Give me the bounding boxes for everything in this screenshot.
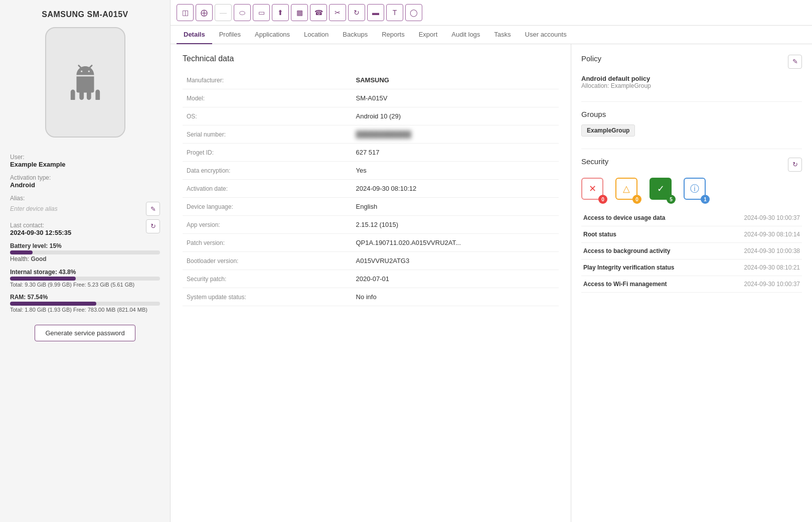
badge-green: 5 [667, 195, 676, 204]
storage-bar-bg [10, 277, 160, 281]
security-header: Security ↻ [581, 157, 802, 172]
technical-row-10: Bootloader version:A015VVRU2ATG3 [183, 252, 559, 270]
ram-bar-fill [10, 302, 96, 306]
refresh-contact-button[interactable]: ↻ [146, 219, 160, 233]
toolbar-btn-upload[interactable]: ⬆ [272, 4, 289, 21]
security-date-4: 2024-09-30 10:00:37 [717, 276, 802, 293]
toolbar-btn-chat[interactable]: ▩ [291, 4, 308, 21]
security-key-4: Access to Wi-Fi management [581, 276, 717, 293]
ram-label: RAM: 57.54% [10, 294, 160, 301]
technical-value-8: 2.15.12 (1015) [352, 216, 559, 234]
toolbar-btn-dash[interactable]: — [215, 4, 232, 21]
group-tag: ExampleGroup [581, 124, 635, 137]
technical-key-2: OS: [183, 107, 352, 125]
security-icon-red: ✕ 0 [581, 178, 605, 202]
toolbar-btn-target[interactable]: ⬭ [234, 4, 251, 21]
technical-key-10: Bootloader version: [183, 252, 352, 270]
tab-export[interactable]: Export [412, 26, 445, 44]
tab-applications[interactable]: Applications [248, 26, 297, 44]
toolbar-btn-text[interactable]: T [386, 4, 403, 21]
main-panel: ◫ ⨁ — ⬭ ▭ ⬆ ▩ ☎ ✂ ↻ ▬ T ◯ Details Profil… [171, 0, 812, 522]
generate-service-password-button[interactable]: Generate service password [35, 325, 135, 341]
policy-header: Policy ✎ [581, 54, 802, 69]
policy-title: Policy [581, 54, 601, 63]
tab-backups[interactable]: Backups [336, 26, 375, 44]
technical-row-4: Proget ID:627 517 [183, 144, 559, 162]
security-section: Security ↻ ✕ 0 △ 0 ✓ 5 [581, 157, 802, 293]
badge-orange: 0 [632, 195, 641, 204]
last-contact-value: 2024-09-30 12:55:35 [10, 229, 71, 236]
security-date-1: 2024-09-30 08:10:14 [717, 226, 802, 243]
technical-key-7: Device language: [183, 198, 352, 216]
toolbar-btn-sync[interactable]: ⨁ [196, 4, 213, 21]
technical-table: Manufacturer:SAMSUNGModel:SM-A015VOS:And… [183, 71, 559, 306]
policy-name: Android default policy [581, 75, 802, 82]
activation-label: Activation type: [10, 174, 160, 181]
right-panel: Policy ✎ Android default policy Allocati… [571, 44, 812, 522]
badge-blue: 1 [701, 195, 710, 204]
technical-value-12: No info [352, 288, 559, 306]
storage-bar-fill [10, 277, 76, 281]
technical-key-4: Proget ID: [183, 144, 352, 162]
ram-section: RAM: 57.54% Total: 1.80 GiB (1.93 GB) Fr… [10, 294, 160, 313]
battery-label: Battery level: 15% [10, 242, 160, 249]
security-icon-green: ✓ 5 [649, 178, 674, 202]
security-row-1: Root status2024-09-30 08:10:14 [581, 226, 802, 243]
security-key-2: Access to background activity [581, 243, 717, 259]
security-icon-orange: △ 0 [615, 178, 639, 202]
security-refresh-button[interactable]: ↻ [788, 158, 802, 172]
sidebar-info: User: Example Example Activation type: A… [10, 148, 160, 313]
technical-row-9: Patch version:QP1A.190711.020.A015VVRU2A… [183, 234, 559, 252]
battery-bar-bg [10, 250, 160, 254]
technical-row-5: Data encryption:Yes [183, 162, 559, 180]
tab-profiles[interactable]: Profiles [212, 26, 248, 44]
technical-value-9: QP1A.190711.020.A015VVRU2AT... [352, 234, 559, 252]
alias-edit-button[interactable]: ✎ [146, 202, 160, 216]
security-date-0: 2024-09-30 10:00:37 [717, 210, 802, 226]
technical-row-11: Security patch:2020-07-01 [183, 270, 559, 288]
toolbar-btn-image[interactable]: ▬ [367, 4, 384, 21]
technical-row-6: Activation date:2024-09-30 08:10:12 [183, 180, 559, 198]
toolbar-btn-screen[interactable]: ▭ [253, 4, 270, 21]
battery-bar-fill [10, 250, 33, 254]
technical-value-6: 2024-09-30 08:10:12 [352, 180, 559, 198]
technical-row-1: Model:SM-A015V [183, 89, 559, 107]
activation-value: Android [10, 181, 160, 189]
policy-edit-button[interactable]: ✎ [788, 55, 802, 69]
toolbar-btn-monitor[interactable]: ◫ [177, 4, 194, 21]
security-table: Access to device usage data2024-09-30 10… [581, 210, 802, 293]
tab-location[interactable]: Location [297, 26, 336, 44]
security-row-4: Access to Wi-Fi management2024-09-30 10:… [581, 276, 802, 293]
technical-row-0: Manufacturer:SAMSUNG [183, 71, 559, 89]
security-key-1: Root status [581, 226, 717, 243]
tab-tasks[interactable]: Tasks [487, 26, 518, 44]
technical-row-7: Device language:English [183, 198, 559, 216]
alias-placeholder: Enter device alias [10, 205, 58, 212]
security-row-3: Play Integrity verification status2024-0… [581, 259, 802, 276]
toolbar-btn-phone[interactable]: ☎ [310, 4, 327, 21]
technical-value-10: A015VVRU2ATG3 [352, 252, 559, 270]
toolbar: ◫ ⨁ — ⬭ ▭ ⬆ ▩ ☎ ✂ ↻ ▬ T ◯ [171, 0, 812, 26]
groups-section: Groups ExampleGroup [581, 110, 802, 137]
security-date-2: 2024-09-30 10:00:38 [717, 243, 802, 259]
toolbar-btn-refresh[interactable]: ↻ [348, 4, 365, 21]
health-value: Good [31, 255, 46, 263]
storage-sub: Total: 9.30 GiB (9.99 GB) Free: 5.23 GiB… [10, 282, 160, 288]
toolbar-btn-info[interactable]: ◯ [405, 4, 422, 21]
toolbar-btn-scissors[interactable]: ✂ [329, 4, 346, 21]
technical-row-2: OS:Android 10 (29) [183, 107, 559, 125]
security-icons: ✕ 0 △ 0 ✓ 5 ⓘ 1 [581, 178, 802, 202]
tab-audit-logs[interactable]: Audit logs [444, 26, 487, 44]
technical-key-9: Patch version: [183, 234, 352, 252]
tab-details[interactable]: Details [177, 26, 212, 44]
technical-key-11: Security patch: [183, 270, 352, 288]
technical-row-8: App version:2.15.12 (1015) [183, 216, 559, 234]
technical-value-7: English [352, 198, 559, 216]
tab-reports[interactable]: Reports [375, 26, 412, 44]
ram-bar-bg [10, 302, 160, 306]
policy-section: Policy ✎ Android default policy Allocati… [581, 54, 802, 89]
technical-value-11: 2020-07-01 [352, 270, 559, 288]
technical-key-12: System update status: [183, 288, 352, 306]
tab-user-accounts[interactable]: User accounts [518, 26, 574, 44]
groups-title: Groups [581, 110, 802, 118]
